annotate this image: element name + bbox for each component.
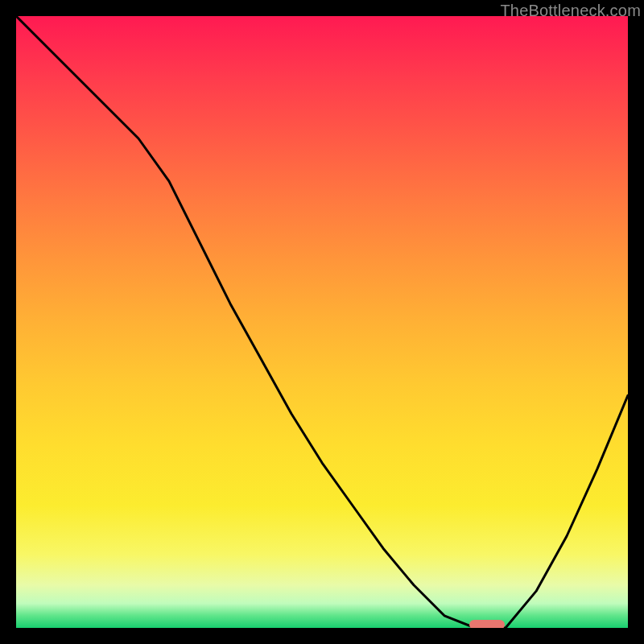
bottleneck-curve <box>16 16 628 628</box>
plot-area <box>16 16 628 628</box>
curve-polyline <box>16 16 628 628</box>
optimal-point-marker <box>469 620 505 628</box>
chart-container: TheBottleneck.com <box>0 0 644 644</box>
